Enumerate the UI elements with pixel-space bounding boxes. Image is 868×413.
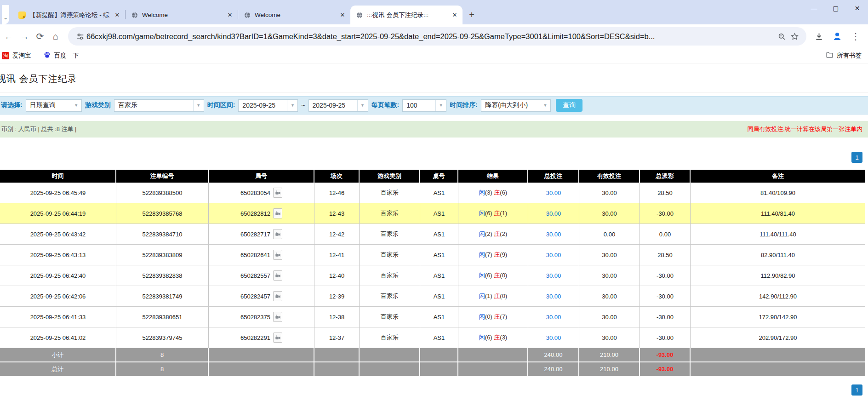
cell-total-bet[interactable]: 30.00 — [528, 286, 579, 307]
cell-total-bet[interactable]: 30.00 — [528, 265, 579, 286]
cell-session: 12-43 — [314, 203, 360, 224]
cell-result: 闲(7) 庄(9) — [458, 245, 528, 265]
page-size-select[interactable]: 100 ▼ — [402, 99, 446, 112]
cell-time: 2025-09-25 06:44:19 — [0, 203, 116, 224]
select-type-label: 请选择: — [1, 101, 23, 109]
video-replay-icon[interactable] — [273, 270, 282, 281]
close-icon[interactable]: ✕ — [338, 11, 347, 19]
table-row: 2025-09-25 06:43:13522839383809650282641… — [0, 245, 865, 265]
back-icon[interactable]: ← — [1, 29, 17, 44]
date-start-value: 2025-09-25 — [239, 100, 287, 111]
minimize-button[interactable]: — — [803, 0, 825, 17]
game-category-select[interactable]: 百家乐 ▼ — [114, 99, 204, 112]
close-icon[interactable]: ✕ — [113, 11, 121, 19]
footer-cell — [314, 362, 360, 377]
cell-bet-no: 522839382838 — [116, 265, 209, 286]
page-number-button[interactable]: 1 — [851, 384, 862, 396]
chevron-down-icon[interactable]: ▼ — [71, 100, 81, 111]
cell-remark: 111.40/111.40 — [691, 224, 865, 245]
cell-total-bet[interactable]: 30.00 — [528, 183, 579, 203]
video-replay-icon[interactable] — [273, 333, 282, 343]
tab-forum[interactable]: 【新提醒】海燕策略论坛 - 综合 ✕ — [13, 6, 125, 24]
cell-time: 2025-09-25 06:43:42 — [0, 224, 116, 245]
close-window-button[interactable]: ✕ — [846, 0, 868, 17]
cell-time: 2025-09-25 06:41:33 — [0, 307, 116, 327]
cell-remark: 202.90/172.90 — [691, 327, 865, 348]
video-replay-icon[interactable] — [273, 208, 282, 218]
cell-time: 2025-09-25 06:42:06 — [0, 286, 116, 307]
cell-remark: 81.40/109.90 — [691, 183, 865, 203]
chevron-down-icon[interactable]: ▼ — [435, 100, 446, 111]
date-end-select[interactable]: 2025-09-25 ▼ — [308, 99, 368, 112]
reload-icon[interactable]: ⟳ — [32, 29, 48, 44]
video-replay-icon[interactable] — [273, 291, 282, 301]
chevron-down-icon[interactable]: ▼ — [287, 100, 297, 111]
date-range-label: 时间区间: — [207, 101, 235, 109]
site-settings-icon[interactable] — [74, 30, 86, 43]
chevron-down-icon[interactable]: ▼ — [540, 100, 550, 111]
home-icon[interactable]: ⌂ — [48, 29, 63, 44]
tab-bet-records-active[interactable]: :::视讯 会员下注纪录::: ✕ — [350, 6, 463, 24]
bookmark-star-icon[interactable] — [788, 30, 801, 43]
close-icon[interactable]: ✕ — [226, 11, 234, 19]
time-sort-select[interactable]: 降幂(由大到小) ▼ — [481, 99, 551, 112]
close-icon[interactable]: ✕ — [451, 11, 459, 19]
summary-bar: 币别 : 人民币 | 总共 :8 注单 | 同局有效投注,统一计算在该局第一张注… — [0, 121, 868, 138]
bookmark-label: 爱淘宝 — [12, 52, 31, 60]
video-replay-icon[interactable] — [273, 312, 282, 322]
tab-title: :::视讯 会员下注纪录::: — [367, 11, 447, 19]
cell-valid-bet: 30.00 — [579, 183, 640, 203]
video-replay-icon[interactable] — [273, 188, 282, 198]
query-type-select[interactable]: 日期查询 ▼ — [26, 99, 82, 112]
chevron-down-icon[interactable]: ▼ — [357, 100, 368, 111]
video-replay-icon[interactable] — [273, 229, 282, 239]
cell-payout: -30.00 — [640, 307, 691, 327]
cell-total-bet[interactable]: 30.00 — [528, 245, 579, 265]
tab-welcome-1[interactable]: Welcome ✕ — [126, 6, 238, 24]
cell-total-bet[interactable]: 30.00 — [528, 224, 579, 245]
tab-welcome-2[interactable]: Welcome ✕ — [238, 6, 350, 24]
query-button[interactable]: 查询 — [556, 99, 582, 112]
cell-time: 2025-09-25 06:45:49 — [0, 183, 116, 203]
cell-result: 闲(6) 庄(1) — [458, 203, 528, 224]
footer-cell — [360, 348, 420, 362]
menu-kebab-icon[interactable]: ⋮ — [848, 29, 863, 44]
cell-result: 闲(0) 庄(7) — [458, 307, 528, 327]
cell-result: 闲(2) 庄(2) — [458, 224, 528, 245]
address-bar[interactable]: 66cxkj98.com/game/betrecord_search/kind3… — [68, 27, 806, 46]
downloads-icon[interactable] — [811, 29, 827, 44]
maximize-button[interactable]: ▢ — [825, 0, 846, 17]
forward-icon[interactable]: → — [17, 29, 32, 44]
url-text[interactable]: 66cxkj98.com/game/betrecord_search/kind3… — [86, 32, 775, 41]
table-row: 2025-09-25 06:42:40522839382838650282557… — [0, 265, 865, 286]
footer-cell: 210.00 — [579, 348, 640, 362]
zoom-icon[interactable] — [775, 30, 788, 43]
date-start-select[interactable]: 2025-09-25 ▼ — [238, 99, 298, 112]
cell-total-bet[interactable]: 30.00 — [528, 203, 579, 224]
footer-cell: 8 — [116, 362, 209, 377]
column-header: 有效投注 — [579, 170, 640, 183]
all-bookmarks[interactable]: 所有书签 — [826, 51, 862, 60]
chevron-down-icon[interactable]: ▼ — [193, 100, 204, 111]
page-number-button[interactable]: 1 — [851, 152, 862, 163]
new-tab-button[interactable]: + — [465, 8, 478, 21]
bookmark-baidu[interactable]: 百度一下 — [43, 51, 79, 60]
filter-bar: 请选择: 日期查询 ▼ 游戏类别 百家乐 ▼ 时间区间: 2025-09-25 … — [0, 96, 868, 115]
table-row: 2025-09-25 06:41:33522839380651650282375… — [0, 307, 865, 327]
footer-cell — [209, 362, 314, 377]
page-size-label: 每页笔数: — [371, 101, 400, 109]
video-replay-icon[interactable] — [273, 250, 282, 260]
tab-strip-edge: ⌄ — [2, 5, 9, 24]
cell-payout: -30.00 — [640, 265, 691, 286]
divider — [0, 92, 868, 92]
cell-total-bet[interactable]: 30.00 — [528, 327, 579, 348]
cell-game: 百家乐 — [360, 183, 420, 203]
profile-avatar-icon[interactable] — [829, 29, 845, 44]
cell-game: 百家乐 — [360, 286, 420, 307]
cell-round-no: 650283054 — [209, 183, 314, 203]
folder-icon — [826, 51, 834, 60]
cell-total-bet[interactable]: 30.00 — [528, 307, 579, 327]
cell-session: 12-39 — [314, 286, 360, 307]
footer-cell: -93.00 — [640, 362, 691, 377]
bookmark-taobao[interactable]: 淘 爱淘宝 — [2, 52, 31, 60]
